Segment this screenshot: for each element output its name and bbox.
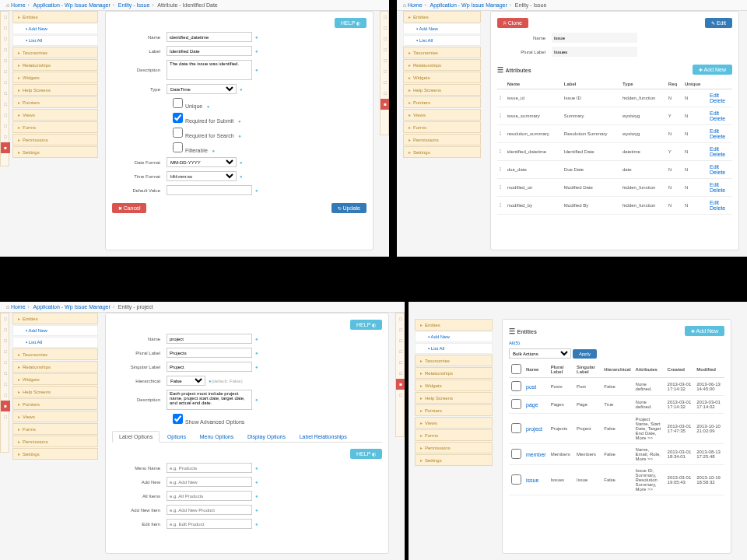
sidebar-section[interactable]: ▸Pointers	[12, 398, 98, 410]
edit-button[interactable]: ✎ Edit	[705, 18, 732, 28]
required-search-checkbox[interactable]	[173, 128, 183, 138]
sidebar-item[interactable]: ▪ List All	[12, 337, 98, 348]
drag-handle[interactable]: ⦙⦙	[497, 197, 505, 215]
sidebar-section[interactable]: ▸Pointers	[415, 404, 493, 416]
row-checkbox[interactable]	[511, 381, 521, 391]
drag-handle[interactable]: ⦙⦙	[497, 107, 505, 125]
entity-link[interactable]: page	[526, 402, 538, 408]
hierarchical-select[interactable]: False	[167, 376, 205, 386]
edit-link[interactable]: Edit	[710, 164, 719, 170]
description-input[interactable]: Each project must include project name, …	[167, 390, 252, 410]
sidebar-section[interactable]: ▸Settings	[12, 146, 98, 158]
sidebar-item[interactable]: ▪ Add New	[403, 23, 481, 34]
sidebar-item[interactable]: ▪ List All	[415, 343, 493, 354]
menu-name-input[interactable]	[167, 463, 252, 473]
info-icon[interactable]: ●	[240, 160, 243, 165]
edit-link[interactable]: Edit	[710, 110, 719, 116]
help-button[interactable]: HELP ◐	[335, 18, 366, 28]
add-attribute-button[interactable]: ✚ Add New	[693, 65, 732, 75]
row-checkbox[interactable]	[511, 474, 521, 485]
sidebar-section[interactable]: ▸Taxonomies	[415, 355, 493, 366]
sidebar-item[interactable]: ▪ Add New	[12, 23, 98, 34]
info-icon[interactable]: ●	[207, 104, 210, 109]
sidebar-section[interactable]: ▸Settings	[415, 454, 493, 466]
sidebar-section[interactable]: ▸Forms	[12, 121, 98, 133]
sidebar-section[interactable]: ▸Entities	[415, 319, 493, 331]
name-input[interactable]	[167, 334, 252, 344]
sidebar-item[interactable]: ▪ Add New	[415, 331, 493, 342]
sidebar-section[interactable]: ▸Taxonomies	[403, 47, 481, 58]
delete-link[interactable]: Delete	[710, 152, 725, 157]
edit-link[interactable]: Edit	[710, 146, 719, 152]
drag-handle[interactable]: ⦙⦙	[497, 89, 505, 107]
row-checkbox[interactable]	[511, 399, 521, 409]
help-button[interactable]: HELP ◐	[350, 320, 382, 330]
crumb-link[interactable]: Home	[408, 2, 423, 8]
sidebar-section[interactable]: ▸Views	[12, 411, 98, 422]
info-icon[interactable]: ●	[255, 35, 258, 40]
entity-link[interactable]: post	[526, 384, 536, 390]
delete-link[interactable]: Delete	[710, 187, 725, 193]
update-button[interactable]: ↻ Update	[331, 203, 366, 213]
drag-handle[interactable]: ⦙⦙	[497, 143, 505, 161]
drag-handle[interactable]: ⦙⦙	[497, 125, 505, 143]
sidebar-section[interactable]: ▸Relationships	[12, 361, 98, 373]
info-icon[interactable]: ●	[240, 87, 243, 92]
info-icon[interactable]: ●	[255, 365, 258, 369]
tab-label-options[interactable]: Label Options	[112, 431, 160, 443]
info-icon[interactable]: ●	[240, 174, 243, 179]
sidebar-section[interactable]: ▸Help Screens	[403, 84, 481, 96]
label-input[interactable]	[167, 46, 252, 56]
delete-link[interactable]: Delete	[710, 134, 725, 139]
name-input[interactable]	[167, 32, 252, 42]
delete-link[interactable]: Delete	[710, 170, 725, 175]
type-select[interactable]: DateTime	[167, 84, 237, 94]
addnew-input[interactable]	[167, 477, 252, 487]
entity-link[interactable]: member	[526, 452, 546, 457]
sidebar-section[interactable]: ▸Widgets	[415, 380, 493, 391]
add-new-item-input[interactable]	[167, 505, 252, 515]
info-icon[interactable]: ●	[255, 351, 258, 355]
sidebar-section[interactable]: ▸Widgets	[12, 72, 98, 83]
sidebar-section[interactable]: ▸Permissions	[12, 134, 98, 145]
sidebar-section[interactable]: ▸Forms	[403, 121, 481, 133]
delete-link[interactable]: Delete	[710, 116, 725, 121]
sidebar-section[interactable]: ▸Help Screens	[12, 386, 98, 397]
sidebar-section[interactable]: ▸Forms	[415, 429, 493, 441]
filterable-checkbox[interactable]	[173, 142, 183, 152]
info-icon[interactable]: ●	[255, 337, 258, 341]
tab-options[interactable]: Options	[161, 432, 192, 442]
info-icon[interactable]: ●	[255, 522, 258, 527]
drag-handle[interactable]: ⦙⦙	[497, 179, 505, 197]
plural-input[interactable]	[167, 348, 252, 358]
description-input[interactable]: The date the issue was identified.	[167, 60, 252, 80]
sidebar-section[interactable]: ▸Views	[403, 109, 481, 121]
sidebar-section[interactable]: ▸Taxonomies	[12, 348, 98, 360]
tab-label-relationships[interactable]: Label Relationships	[293, 432, 353, 442]
sidebar-item[interactable]: ▪ Add New	[12, 325, 98, 336]
sidebar-section[interactable]: ▸Relationships	[12, 59, 98, 71]
select-all-checkbox[interactable]	[511, 364, 521, 374]
crumb-link[interactable]: Entity - Issue	[118, 2, 149, 8]
crumb-link[interactable]: Application - Wp Issue Manager	[33, 304, 110, 310]
dateformat-select[interactable]: MM-DD-YYYY	[167, 157, 237, 167]
info-icon[interactable]: ●	[238, 119, 241, 124]
info-icon[interactable]: ●	[255, 508, 258, 513]
cancel-button[interactable]: ✖ Cancel	[112, 203, 146, 213]
sidebar-section[interactable]: ▸Pointers	[12, 96, 98, 108]
sidebar-section[interactable]: ▸Widgets	[12, 373, 98, 385]
help-button[interactable]: HELP ◐	[350, 449, 382, 459]
info-icon[interactable]: ●	[255, 188, 258, 193]
info-icon[interactable]: ●	[238, 134, 241, 138]
clone-button[interactable]: ⎘ Clone	[497, 18, 528, 28]
sidebar-item[interactable]: ▪ List All	[403, 35, 481, 46]
timeformat-select[interactable]: HH:mm:ss	[167, 171, 237, 181]
sidebar-section[interactable]: ▸Permissions	[12, 436, 98, 447]
edit-link[interactable]: Edit	[710, 128, 719, 134]
sidebar-section[interactable]: ▸Permissions	[415, 442, 493, 453]
entity-link[interactable]: issue	[526, 478, 538, 483]
crumb-link[interactable]: Application - Wp Issue Manager	[430, 2, 507, 8]
delete-link[interactable]: Delete	[710, 98, 725, 103]
bulk-actions-select[interactable]: Bulk Actions	[509, 348, 571, 359]
tab-menu-options[interactable]: Menu Options	[194, 432, 240, 442]
